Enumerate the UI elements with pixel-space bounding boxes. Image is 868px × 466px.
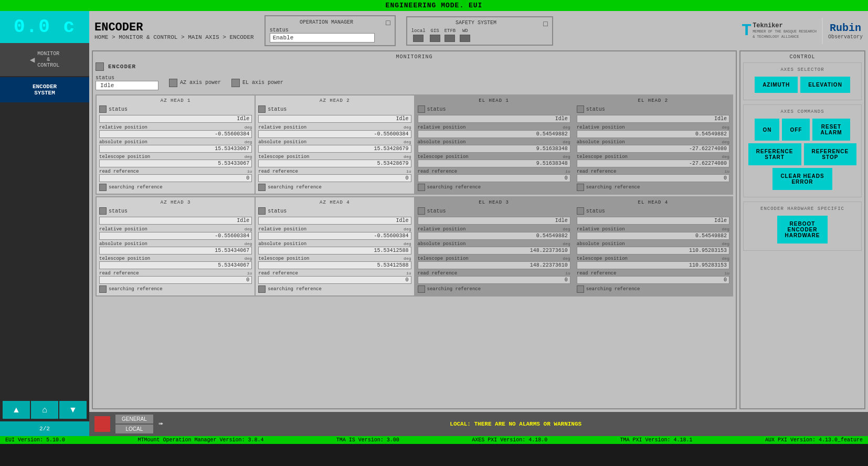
safety-icon[interactable]: □ xyxy=(543,20,547,28)
aux-pxi-version: AUX PXI Version: 4.13.0_feature xyxy=(765,437,863,443)
el-axis-power-group: EL axis power xyxy=(231,79,283,87)
az-head-4-rel-val: -0.55600384 xyxy=(258,232,411,240)
el-head-1-ref-val: 0 xyxy=(418,174,570,182)
el-head-1-rel-pos: relative positiondeg 0.54549882 xyxy=(418,125,570,138)
operation-manager-icon[interactable]: □ xyxy=(386,19,390,27)
safety-box: SAFETY SYSTEM □ local GIS ETFB xyxy=(406,16,553,46)
el-head-4-status-value: Idle xyxy=(577,217,729,225)
az-head-1-status-value: Idle xyxy=(99,115,252,123)
reboot-encoder-button[interactable]: REBOOT ENCODER HARDWARE xyxy=(777,216,828,243)
sidebar-page-indicator: 2/2 xyxy=(0,421,89,436)
cursor-icon: ➠ xyxy=(158,419,164,429)
title-breadcrumb: ENCODER HOME > MONITOR & CONTROL > MAIN … xyxy=(94,21,254,40)
rubin-name: Rubin xyxy=(830,22,861,34)
elevation-button[interactable]: ELEVATION xyxy=(800,77,850,93)
az-head-3-title: AZ HEAD 3 xyxy=(99,200,252,205)
el-head-2-status-label: status xyxy=(586,107,605,112)
el-head-4: EL HEAD 4 status Idle relative positiond… xyxy=(574,197,733,296)
tekniker-T-icon: T xyxy=(742,23,751,39)
safety-local: local xyxy=(411,28,426,42)
az-head-4: AZ HEAD 4 status Idle relative positiond… xyxy=(255,197,414,296)
reset-alarm-button[interactable]: RESET ALARM xyxy=(812,119,850,141)
el-head-3-abs-val: 148.22373610 xyxy=(418,247,570,255)
az-head-3-rel-pos: relative positiondeg -0.55600384 xyxy=(99,227,252,240)
status-row: status Idle AZ axis power EL axis power xyxy=(96,75,733,90)
az-head-4-rel-pos: relative positiondeg -0.55600384 xyxy=(258,227,411,240)
sidebar-down-button[interactable]: ▼ xyxy=(59,401,87,419)
el-head-1-searching: searching reference xyxy=(418,184,570,191)
el-head-3-led xyxy=(418,207,425,215)
heads-bottom-row: AZ HEAD 3 status Idle relative positiond… xyxy=(96,196,733,296)
left-arrow-icon: ◀ xyxy=(30,55,35,65)
el-head-4-read-ref: read referenceiu 0 xyxy=(577,271,729,284)
off-button[interactable]: OFF xyxy=(782,119,810,141)
axes-selector-section: AXES SELECTOR AZIMUTH ELEVATION xyxy=(743,62,862,100)
axes-selector-buttons: AZIMUTH ELEVATION xyxy=(748,77,857,93)
az-head-3-abs-pos: absolute positiondeg 15.53434067 xyxy=(99,241,252,255)
el-head-2-status-value: Idle xyxy=(577,115,729,123)
az-head-2-rel-val: -0.55600384 xyxy=(258,130,411,138)
reference-start-button[interactable]: REFERENCE START xyxy=(748,143,801,165)
encoder-header: ENCODER xyxy=(96,62,733,71)
sidebar-nav-button[interactable]: ◀ MONITOR & CONTROL xyxy=(0,43,89,76)
el-head-1: EL HEAD 1 status Idle relative positiond… xyxy=(415,95,574,194)
az-head-1-searching: searching reference xyxy=(99,184,252,191)
el-head-1-tel-pos: telescope positiondeg 9.51638348 xyxy=(418,154,570,167)
rubin-sub: Observatory xyxy=(828,34,863,40)
az-head-2-tel-pos: telescope positiondeg 5.53428679 xyxy=(258,154,411,167)
tma-pxi-version: TMA PXI Version: 4.18.1 xyxy=(620,437,693,443)
el-head-3-ref-val: 0 xyxy=(418,276,570,284)
az-head-4-searching: searching reference xyxy=(258,285,411,293)
etfb-led xyxy=(444,35,455,42)
az-head-4-status-label: status xyxy=(268,208,287,214)
axes-commands-title: AXES COMMANDS xyxy=(748,109,857,114)
el-head-2-tel-val: -27.62274080 xyxy=(577,160,729,167)
az-head-1-tel-val: 5.53433067 xyxy=(99,160,252,167)
top-banner: ENGINEERING MODE. EUI xyxy=(0,0,868,11)
az-head-2-led xyxy=(258,105,266,113)
az-head-3-ref-val: 0 xyxy=(99,276,252,284)
az-head-3-tel-pos: telescope positiondeg 5.53434067 xyxy=(99,256,252,269)
el-head-4-abs-pos: absolute positiondeg 110.95283153 xyxy=(577,241,729,255)
az-head-4-tel-val: 5.53412588 xyxy=(258,261,411,269)
azimuth-button[interactable]: AZIMUTH xyxy=(755,77,798,93)
el-head-4-title: EL HEAD 4 xyxy=(577,200,729,205)
az-head-4-tel-pos: telescope positiondeg 5.53412588 xyxy=(258,256,411,269)
sidebar: 0.0 c ◀ MONITOR & CONTROL ENCODER SYSTEM… xyxy=(0,11,89,436)
local-button[interactable]: LOCAL xyxy=(115,425,153,433)
panels-row: MONITORING ENCODER status Idle AZ axis p… xyxy=(89,50,868,412)
encoder-hw-title: ENCODER HARDWARE SPECIFIC xyxy=(748,206,857,211)
general-button[interactable]: GENERAL xyxy=(115,415,153,423)
el-head-2-rel-val: 0.54549882 xyxy=(577,130,729,138)
az-heads-top: AZ HEAD 1 status Idle relative positiond… xyxy=(96,95,415,194)
sidebar-up-button[interactable]: ▲ xyxy=(3,401,30,419)
operation-manager-box: OPERATION MANAGER □ status Enable xyxy=(264,15,396,46)
eui-version: EUI Version: 5.10.0 xyxy=(5,437,65,443)
az-head-1-rel-pos: relative positiondeg -0.55600384 xyxy=(99,125,252,138)
az-head-3-searching: searching reference xyxy=(99,285,252,293)
safety-etfb: ETFB xyxy=(444,28,456,42)
encoder-status-label: status xyxy=(96,75,158,81)
az-head-3: AZ HEAD 3 status Idle relative positiond… xyxy=(96,197,255,296)
encoder-title: ENCODER xyxy=(94,21,254,34)
el-head-4-led xyxy=(577,207,584,215)
sidebar-home-button[interactable]: ⌂ xyxy=(31,401,58,419)
az-head-2-status-value: Idle xyxy=(258,115,411,123)
az-axis-label: AZ axis power xyxy=(180,80,221,86)
az-head-2-read-ref: read referenceiu 0 xyxy=(258,169,411,182)
az-head-1-status-label: status xyxy=(109,107,128,112)
clear-heads-error-button[interactable]: CLEAR HEADS ERROR xyxy=(772,168,832,190)
monitoring-title: MONITORING xyxy=(96,54,733,60)
el-head-2-read-ref: read referenceiu 0 xyxy=(577,169,729,182)
encoder-led xyxy=(96,62,104,71)
on-button[interactable]: ON xyxy=(755,119,779,141)
reference-stop-button[interactable]: REFERENCE STOP xyxy=(804,143,857,165)
el-axis-label: EL axis power xyxy=(242,80,283,86)
logo-area: T Tekniker MEMBER OF THE BASQUE RESEARCH… xyxy=(742,18,863,44)
el-head-2-abs-val: -27.62274080 xyxy=(577,145,729,153)
el-head-1-led xyxy=(418,105,425,113)
el-heads-bottom: EL HEAD 3 status Idle relative positiond… xyxy=(415,197,733,296)
sidebar-active-item[interactable]: ENCODER SYSTEM xyxy=(0,77,89,102)
el-head-4-searching: searching reference xyxy=(577,285,729,293)
az-head-1-ref-val: 0 xyxy=(99,174,252,182)
